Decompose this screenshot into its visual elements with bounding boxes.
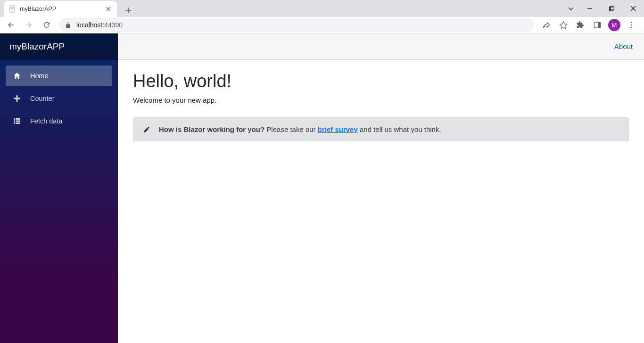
- top-row: About: [118, 33, 644, 60]
- address-bar[interactable]: localhost:44390: [59, 18, 534, 32]
- svg-rect-5: [611, 6, 614, 10]
- window-close-button[interactable]: [622, 1, 644, 16]
- svg-rect-16: [16, 122, 20, 124]
- sidebar: myBlazorAPP Home Counter Fetch data: [0, 33, 118, 343]
- profile-avatar[interactable]: M: [606, 18, 622, 32]
- sidebar-item-counter[interactable]: Counter: [6, 88, 112, 109]
- app-page: myBlazorAPP Home Counter Fetch data: [0, 33, 644, 343]
- window-minimize-button[interactable]: [579, 1, 601, 16]
- content-area: About Hello, world! Welcome to your new …: [118, 33, 644, 343]
- survey-strong: How is Blazor working for you?: [159, 125, 264, 133]
- url-host: localhost:: [76, 21, 104, 29]
- page-title: Hello, world!: [133, 71, 629, 91]
- svg-rect-2: [11, 8, 14, 8]
- sidebar-item-label: Counter: [30, 95, 55, 102]
- back-button[interactable]: [3, 18, 19, 32]
- browser-chrome: myBlazorAPP: [0, 0, 644, 33]
- svg-point-8: [631, 22, 632, 23]
- window-controls: [563, 0, 644, 17]
- about-link[interactable]: About: [614, 42, 633, 50]
- forward-button[interactable]: [21, 18, 37, 32]
- svg-rect-15: [14, 122, 15, 124]
- window-maximize-button[interactable]: [601, 1, 622, 16]
- sidebar-item-home[interactable]: Home: [6, 65, 112, 86]
- survey-text: How is Blazor working for you? Please ta…: [159, 125, 441, 133]
- svg-rect-7: [598, 22, 601, 28]
- bookmark-star-icon[interactable]: [555, 18, 571, 32]
- browser-tab[interactable]: myBlazorAPP: [4, 1, 117, 17]
- lock-icon: [65, 22, 72, 28]
- sidebar-brand[interactable]: myBlazorAPP: [0, 33, 118, 60]
- url-port: 44390: [104, 21, 123, 29]
- share-icon[interactable]: [538, 18, 554, 32]
- tab-strip: myBlazorAPP: [0, 0, 644, 17]
- svg-point-9: [631, 24, 632, 26]
- url-text: localhost:44390: [76, 21, 123, 29]
- sidebar-item-fetch-data[interactable]: Fetch data: [6, 111, 112, 131]
- home-icon: [12, 72, 22, 80]
- tab-favicon-icon: [8, 5, 16, 13]
- svg-rect-4: [610, 7, 613, 11]
- tab-title: myBlazorAPP: [20, 6, 101, 12]
- tab-search-icon[interactable]: [563, 2, 579, 15]
- survey-alert: How is Blazor working for you? Please ta…: [133, 117, 629, 141]
- list-icon: [12, 117, 22, 125]
- svg-point-10: [631, 27, 632, 28]
- svg-rect-1: [11, 7, 14, 8]
- pencil-icon: [143, 126, 150, 133]
- kebab-menu-icon[interactable]: [623, 18, 639, 32]
- sidebar-nav: Home Counter Fetch data: [0, 60, 118, 131]
- svg-rect-3: [11, 9, 13, 9]
- sidebar-item-label: Home: [30, 72, 49, 80]
- svg-rect-13: [14, 121, 15, 122]
- tab-close-icon[interactable]: [105, 5, 112, 13]
- survey-link[interactable]: brief survey: [318, 125, 358, 133]
- svg-rect-14: [16, 121, 20, 122]
- survey-before: Please take our: [264, 125, 318, 133]
- new-tab-button[interactable]: [122, 4, 135, 17]
- svg-rect-12: [16, 118, 20, 120]
- survey-after: and tell us what you think.: [358, 125, 441, 133]
- sidebar-item-label: Fetch data: [30, 117, 63, 125]
- svg-rect-11: [14, 118, 15, 120]
- avatar-letter: M: [608, 19, 620, 31]
- toolbar-right: M: [538, 18, 641, 32]
- welcome-text: Welcome to your new app.: [133, 96, 629, 104]
- browser-toolbar: localhost:44390 M: [0, 17, 644, 33]
- reload-button[interactable]: [39, 18, 55, 32]
- side-panel-icon[interactable]: [589, 18, 605, 32]
- main: Hello, world! Welcome to your new app. H…: [118, 60, 644, 153]
- extensions-icon[interactable]: [572, 18, 588, 32]
- plus-icon: [12, 94, 22, 103]
